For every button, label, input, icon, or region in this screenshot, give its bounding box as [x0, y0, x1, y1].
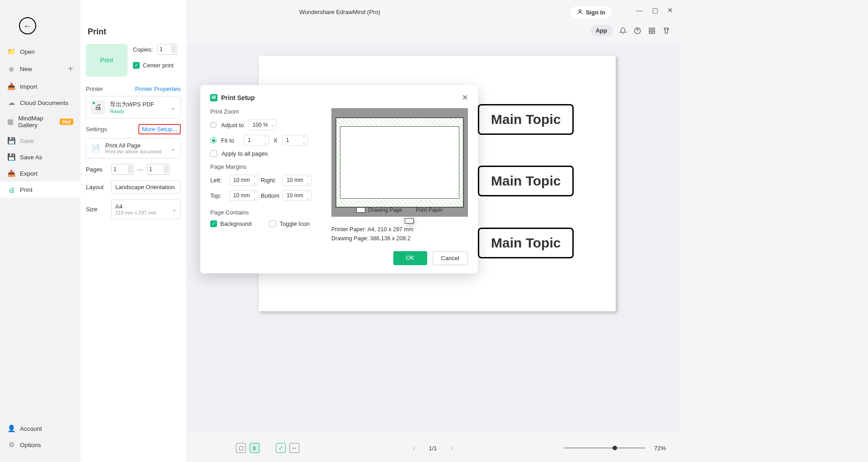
sidebar-item-new[interactable]: ⊕ New + — [0, 60, 80, 78]
size-select[interactable]: A4 210 mm x 297 mm — [111, 199, 181, 219]
printer-properties-link[interactable]: Printer Properties — [135, 86, 181, 92]
center-print-label: Center print — [143, 62, 174, 69]
copies-spinner[interactable]: 1 — [157, 44, 177, 55]
x-label: X — [274, 137, 278, 144]
adjust-percent-select[interactable]: 100 % — [249, 119, 277, 130]
check-icon: ✓ — [133, 62, 140, 69]
svg-rect-4 — [649, 31, 651, 33]
apps-icon[interactable] — [648, 27, 656, 35]
sidebar-label: Save As — [20, 154, 42, 161]
page-margins-label: Page Margins — [210, 163, 320, 170]
zoom-value: 72% — [654, 445, 666, 452]
panel-title: Print — [86, 27, 181, 37]
sidebar-item-open[interactable]: 📁 Open — [0, 43, 80, 60]
check-off-icon — [210, 150, 217, 157]
sidebar-label: Cloud Documents — [20, 100, 68, 106]
next-page-button[interactable]: › — [451, 444, 453, 452]
print-range-title: Print All Page — [105, 142, 161, 149]
minimize-button[interactable]: — — [636, 6, 643, 14]
plus-icon[interactable]: + — [68, 64, 73, 74]
help-icon[interactable] — [633, 27, 642, 35]
back-button[interactable]: ← — [19, 17, 36, 34]
toggle-icon-checkbox[interactable]: Toggle Icon — [269, 220, 310, 227]
margin-top-spinner[interactable]: 10 mm — [229, 190, 258, 201]
print-range-select[interactable]: 📄 Print All Page Print the whole documen… — [86, 138, 181, 158]
ok-button[interactable]: OK — [393, 251, 427, 265]
fit-to-radio[interactable]: Fit to 1 X 1 — [210, 135, 320, 146]
fit-page-button[interactable]: ⤢ — [276, 443, 286, 453]
zoom-slider[interactable] — [564, 448, 645, 448]
signin-label: Sign In — [586, 9, 605, 16]
dash: — — [137, 166, 143, 173]
cancel-button[interactable]: Cancel — [433, 251, 468, 265]
view-multi-button[interactable]: ⫼ — [250, 443, 259, 453]
sidebar-item-options[interactable]: ⚙ Options — [0, 437, 80, 453]
export-icon: 📤 — [7, 169, 15, 177]
print-icon: 🖨 — [7, 186, 15, 194]
sidebar-label: MindMap Gallery — [18, 115, 55, 129]
svg-point-0 — [579, 10, 581, 12]
import-icon: 📥 — [7, 82, 15, 90]
svg-rect-3 — [652, 28, 655, 30]
pages-from-spinner[interactable]: 1 — [111, 164, 134, 175]
drawing-page-info: Drawing Page: 386.136 x 208.2 — [331, 234, 468, 243]
center-print-checkbox[interactable]: ✓ Center print — [133, 62, 181, 69]
more-setup-link[interactable]: More Setup... — [138, 124, 181, 134]
print-setup-dialog: M Print Setup ✕ Print Zoom Adjust to 100… — [200, 85, 478, 273]
sidebar-item-save[interactable]: 💾 Save — [0, 133, 80, 149]
margin-left-label: Left: — [210, 177, 229, 184]
fit-width-spinner[interactable]: 1 — [244, 135, 269, 146]
bottom-bar: ▢ ⫼ ⤢ ↔ ‹ 1/1 › 72% — [186, 438, 679, 457]
mindmap-topic: Main Topic — [478, 166, 574, 196]
layout-select[interactable]: Landscape Orientation — [111, 180, 181, 194]
close-button[interactable]: ✕ — [667, 6, 673, 14]
sidebar-item-account[interactable]: 👤 Account — [0, 420, 80, 437]
bell-icon[interactable] — [619, 27, 627, 35]
margin-bottom-spinner[interactable]: 10 mm — [283, 190, 311, 201]
app-badge[interactable]: App — [590, 25, 613, 36]
margin-bottom-label: Bottom — [261, 192, 283, 199]
sidebar-item-saveas[interactable]: 💾 Save As — [0, 149, 80, 165]
radio-on-icon — [210, 137, 217, 143]
pages-label: Pages — [86, 166, 108, 173]
shirt-icon[interactable] — [662, 27, 670, 35]
fit-width-button[interactable]: ↔ — [289, 443, 299, 453]
sidebar-item-print[interactable]: 🖨 Print — [0, 181, 80, 198]
sidebar-label: Open — [20, 48, 35, 55]
pager: ‹ 1/1 › — [413, 444, 453, 452]
gallery-icon: ▦ — [7, 118, 14, 126]
svg-rect-2 — [649, 28, 651, 30]
apply-all-label: Apply to all pages — [222, 150, 268, 157]
margin-preview: Drawing Page Print Paper — [331, 108, 468, 217]
maximize-button[interactable]: ▢ — [652, 6, 658, 14]
margin-right-spinner[interactable]: 10 mm — [283, 175, 311, 186]
view-single-button[interactable]: ▢ — [236, 443, 246, 453]
apply-all-checkbox[interactable]: Apply to all pages — [210, 150, 320, 157]
dialog-close-button[interactable]: ✕ — [462, 93, 468, 102]
print-button[interactable]: Print — [86, 44, 127, 76]
printer-status: Ready — [110, 109, 154, 114]
sidebar-label: Import — [20, 83, 37, 90]
sidebar-item-cloud[interactable]: ☁ Cloud Documents — [0, 95, 80, 111]
signin-button[interactable]: Sign In — [571, 6, 612, 19]
page-contains-label: Page Contains — [210, 209, 320, 216]
page-indicator: 1/1 — [429, 445, 437, 452]
prev-page-button[interactable]: ‹ — [413, 444, 415, 452]
sidebar-item-import[interactable]: 📥 Import — [0, 78, 80, 95]
sidebar-item-gallery[interactable]: ▦ MindMap Gallery Hot — [0, 111, 80, 133]
margin-left-spinner[interactable]: 10 mm — [229, 175, 258, 186]
printer-device-icon: 🖨 — [91, 100, 105, 114]
pages-to-spinner[interactable]: 1 — [147, 164, 170, 175]
background-checkbox[interactable]: ✓ Background — [210, 220, 251, 227]
legend-print-paper: Print Paper — [416, 207, 443, 213]
adjust-to-radio[interactable]: Adjust to 100 % — [210, 119, 320, 130]
sidebar-item-export[interactable]: 📤 Export — [0, 165, 80, 181]
toggle-icon-label: Toggle Icon — [279, 220, 310, 227]
app-logo-icon: M — [210, 94, 217, 101]
page-icon: 📄 — [91, 143, 101, 153]
printer-select[interactable]: 🖨 导出为WPS PDF Ready — [86, 96, 181, 119]
fit-height-spinner[interactable]: 1 — [282, 135, 307, 146]
cloud-icon: ☁ — [7, 99, 15, 107]
account-icon: 👤 — [7, 424, 15, 433]
sidebar-label: Print — [20, 186, 33, 193]
